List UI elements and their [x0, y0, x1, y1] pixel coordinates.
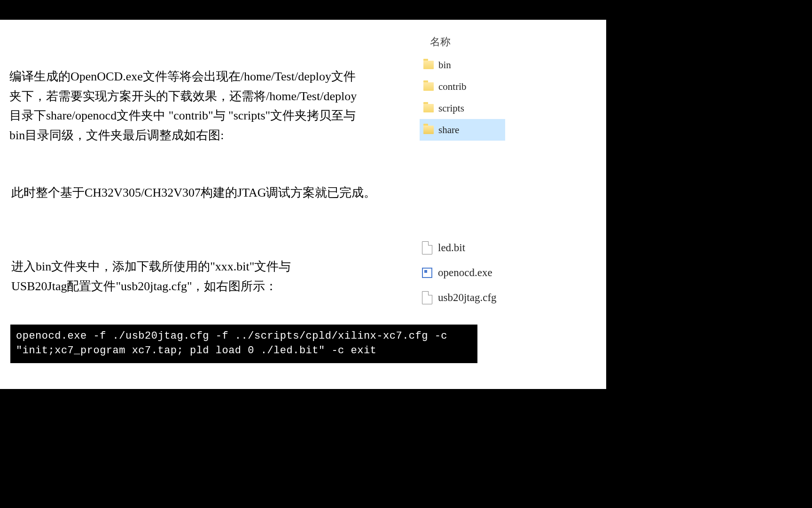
file-list: led.bit openocd.exe usb20jtag.cfg: [422, 235, 497, 310]
paragraph-completion: 此时整个基于CH32V305/CH32V307构建的JTAG调试方案就已完成。: [11, 183, 387, 203]
paragraph-deploy-instructions: 编译生成的OpenOCD.exe文件等将会出现在/home/Test/deplo…: [9, 67, 367, 145]
folder-label: bin: [438, 59, 451, 71]
folder-row-contrib[interactable]: contrib: [420, 76, 505, 97]
exe-icon: [422, 268, 432, 278]
folder-icon: [423, 82, 434, 91]
file-row-openocd-exe[interactable]: openocd.exe: [422, 260, 497, 285]
file-row-usb20jtag-cfg[interactable]: usb20jtag.cfg: [422, 285, 497, 310]
document-page: 编译生成的OpenOCD.exe文件等将会出现在/home/Test/deplo…: [0, 20, 606, 389]
file-icon: [422, 241, 432, 254]
file-icon: [422, 291, 432, 304]
folder-row-bin[interactable]: bin: [420, 54, 505, 76]
explorer-column-header: 名称: [430, 35, 451, 49]
folder-icon: [423, 126, 434, 134]
file-label: usb20jtag.cfg: [438, 292, 497, 304]
folder-label: share: [438, 124, 459, 136]
file-label: led.bit: [438, 242, 465, 254]
folder-row-scripts[interactable]: scripts: [420, 97, 505, 119]
folder-label: contrib: [438, 81, 466, 93]
command-line: openocd.exe -f ./usb20jtag.cfg -f ../scr…: [10, 325, 477, 363]
folder-row-share[interactable]: share: [420, 119, 505, 141]
folder-icon: [423, 104, 434, 112]
folder-list: bin contrib scripts share: [420, 54, 505, 141]
folder-icon: [423, 61, 434, 69]
folder-label: scripts: [438, 103, 464, 114]
paragraph-bin-folder: 进入bin文件夹中，添加下载所使用的"xxx.bit"文件与USB20Jtag配…: [11, 257, 293, 296]
file-row-led-bit[interactable]: led.bit: [422, 235, 497, 260]
file-label: openocd.exe: [438, 267, 492, 279]
